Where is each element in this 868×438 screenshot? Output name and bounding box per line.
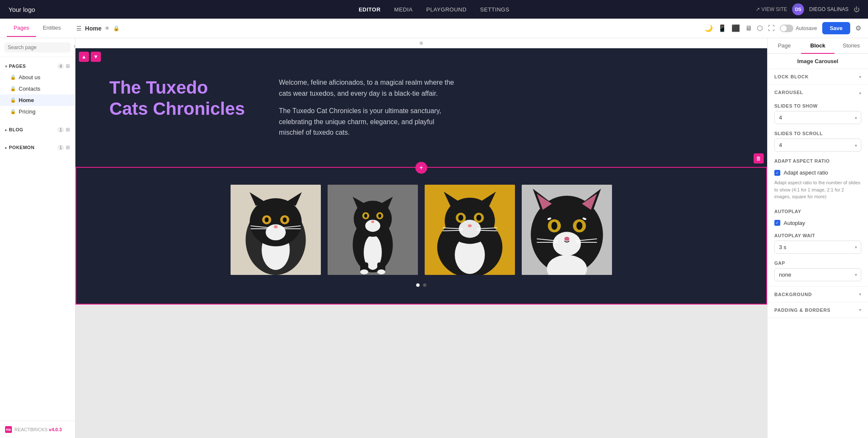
reactbricks-version: v4.0.3 (49, 427, 62, 432)
rp-tab-block[interactable]: Block (801, 38, 835, 54)
sidebar-item-home[interactable]: 🔒 Home (0, 94, 75, 106)
carousel-images (231, 185, 612, 275)
slides-to-scroll-select[interactable]: 1234 (774, 139, 861, 152)
carousel-dot-1[interactable] (416, 283, 420, 287)
top-nav-right: ↗ VIEW SITE DS DIEGO SALINAS ⏻ (756, 3, 860, 15)
dark-mode-icon[interactable]: 🌙 (704, 24, 713, 32)
search-container: 🔍 (0, 38, 75, 57)
carousel-image-3[interactable] (425, 185, 515, 275)
page-lock-icon: 🔒 (10, 97, 16, 103)
move-down-button[interactable]: ▼ (91, 52, 101, 62)
app-logo: Your logo (8, 6, 35, 13)
adapt-aspect-ratio-checkbox[interactable]: ✓ (774, 170, 780, 176)
tab-entities[interactable]: Entities (36, 19, 68, 36)
hero-description: Welcome, feline aficionados, to a magica… (279, 77, 457, 138)
rp-tab-page[interactable]: Page (768, 38, 801, 53)
tablet-view-icon[interactable]: ⬛ (732, 24, 740, 32)
new-page-icon[interactable]: ⊞ (66, 63, 70, 69)
autoplay-checkbox[interactable]: ✓ (774, 220, 780, 226)
user-avatar[interactable]: DS (792, 3, 804, 15)
expand-icon[interactable]: ⛶ (768, 25, 775, 32)
page-item-label: Pricing (19, 108, 70, 115)
add-block-button[interactable]: + (415, 162, 427, 174)
page-item-label: Contacts (19, 86, 70, 92)
padding-borders-header[interactable]: PADDING & BORDERS ▾ (768, 302, 868, 318)
view-site-link[interactable]: ↗ VIEW SITE (756, 6, 787, 12)
top-navigation: Your logo EDITOR MEDIA PLAYGROUND SETTIN… (0, 0, 868, 19)
slides-to-scroll-label: SLIDES TO SCROLL (774, 131, 861, 136)
sidebar: 🔍 ▾ PAGES 4 ⊞ 🔒 About us 🔒 Contacts 🔒 Ho… (0, 38, 75, 438)
move-up-button[interactable]: ▲ (79, 52, 89, 62)
carousel-dot-2[interactable] (423, 283, 426, 287)
nav-media[interactable]: MEDIA (394, 6, 413, 13)
svg-point-42 (476, 215, 481, 221)
carousel-chevron-icon: ▴ (859, 90, 861, 95)
autoplay-wait-label: AUTOPLAY WAIT (774, 233, 861, 238)
share-icon[interactable]: ⬡ (757, 24, 763, 32)
block-controls-top: ▲ ▼ (79, 52, 101, 62)
carousel-image-2[interactable] (328, 185, 418, 275)
background-chevron-icon: ▾ (859, 292, 861, 297)
pokemon-count-badge: 1 (57, 145, 64, 150)
slides-to-show-label: SLIDES TO SHOW (774, 103, 861, 108)
padding-borders-title: PADDING & BORDERS (774, 308, 831, 313)
carousel-section-title: CAROUSEL (774, 90, 803, 95)
mobile-view-icon[interactable]: 📱 (718, 24, 726, 32)
hero-description-p1: Welcome, feline aficionados, to a magica… (279, 77, 457, 99)
tab-pages[interactable]: Pages (7, 19, 36, 37)
svg-point-9 (264, 217, 268, 222)
nav-editor[interactable]: EDITOR (359, 6, 381, 13)
sidebar-item-contacts[interactable]: 🔒 Contacts (0, 83, 75, 94)
carousel-image-4[interactable] (522, 185, 612, 275)
pages-section-title: PAGES (9, 64, 56, 69)
save-button[interactable]: Save (822, 22, 850, 34)
blog-section-header[interactable]: ▸ BLOG 1 ⊞ (0, 124, 75, 135)
autosave-switch[interactable] (780, 25, 793, 32)
autoplay-wait-select[interactable]: 1 s2 s3 s4 s5 s (774, 241, 861, 254)
delete-block-button[interactable]: 🗑 (754, 153, 764, 164)
search-input[interactable] (8, 44, 71, 50)
hero-description-p2: The Tuxedo Cat Chronicles is your ultima… (279, 105, 457, 138)
carousel-settings-header[interactable]: CAROUSEL ▴ (768, 85, 868, 100)
new-pokemon-page-icon[interactable]: ⊞ (66, 144, 70, 150)
autoplay-label: Autoplay (784, 220, 805, 226)
slides-to-show-select[interactable]: 123456 (774, 111, 861, 124)
svg-line-45 (443, 230, 463, 231)
pokemon-section-header[interactable]: ▸ POKEMON 1 ⊞ (0, 142, 75, 153)
lock-block-header[interactable]: LOCK BLOCK ▾ (768, 69, 868, 84)
nav-settings[interactable]: SETTINGS (480, 6, 509, 13)
page-lock-icon: 🔒 (10, 75, 16, 80)
svg-point-30 (360, 269, 368, 274)
pages-section-header[interactable]: ▾ PAGES 4 ⊞ (0, 61, 75, 72)
reactbricks-footer: RB REACTBRICKS v4.0.3 (0, 421, 75, 438)
gap-select[interactable]: nonesmallmediumlarge (774, 268, 861, 281)
gap-select-wrap: nonesmallmediumlarge ▾ (774, 268, 861, 281)
autosave-toggle[interactable]: Autosave (780, 25, 817, 32)
rp-sub-tab-image-carousel: Image Carousel (768, 54, 868, 69)
editor-toolbar: Pages Entities ☰ Home 👁 🔒 🌙 📱 ⬛ 🖥 ⬡ ⛶ Au… (0, 19, 868, 38)
chevron-right-icon: ▸ (5, 128, 7, 132)
carousel-image-1[interactable] (231, 185, 321, 275)
power-icon[interactable]: ⏻ (854, 6, 860, 13)
desktop-view-icon[interactable]: 🖥 (745, 25, 752, 32)
gap-field: GAP nonesmallmediumlarge ▾ (768, 257, 868, 285)
visibility-icon[interactable]: 👁 (105, 25, 110, 31)
hero-title[interactable]: The Tuxedo Cats Chronicles (109, 77, 245, 120)
nav-playground[interactable]: PLAYGROUND (426, 6, 467, 13)
hamburger-icon[interactable]: ☰ (76, 25, 82, 32)
right-panel-tabs: Page Block Stories (768, 38, 868, 54)
padding-borders-chevron-icon: ▾ (859, 308, 861, 312)
reactbricks-logo: RB (5, 426, 12, 433)
check-icon: ✓ (776, 221, 779, 225)
svg-point-51 (553, 232, 581, 256)
new-blog-page-icon[interactable]: ⊞ (66, 127, 70, 133)
page-entity-tabs: Pages Entities (7, 19, 68, 37)
sidebar-item-pricing[interactable]: 🔒 Pricing (0, 106, 75, 117)
sidebar-item-about-us[interactable]: 🔒 About us (0, 72, 75, 83)
background-header[interactable]: BACKGROUND ▾ (768, 287, 868, 302)
carousel-dots (102, 283, 741, 287)
rp-tab-stories[interactable]: Stories (835, 38, 868, 53)
settings-gear-icon[interactable]: ⚙ (855, 24, 861, 32)
background-title: BACKGROUND (774, 292, 812, 297)
lock-icon[interactable]: 🔒 (113, 25, 120, 31)
